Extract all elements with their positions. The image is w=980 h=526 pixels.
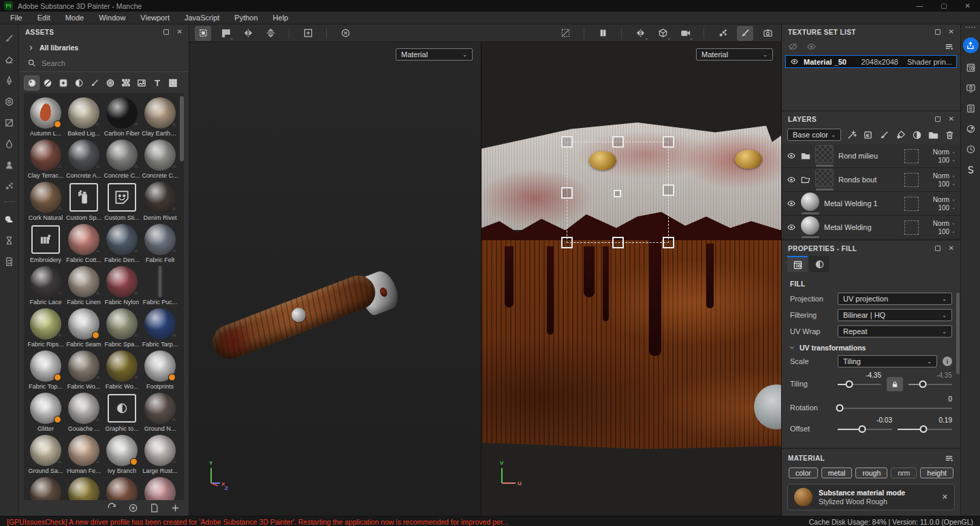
clone-tool-icon[interactable] <box>3 158 16 171</box>
asset-item[interactable]: Autumn L... <box>27 97 65 137</box>
projection-tool-icon[interactable] <box>3 73 16 87</box>
asset-item[interactable]: ∴Clay Terrac... <box>27 139 65 179</box>
all-libraries-row[interactable]: All libraries <box>19 39 189 56</box>
folder-icon[interactable] <box>801 151 810 161</box>
camera-view-button[interactable]: ⌄ <box>677 26 693 41</box>
layout-grid-button[interactable]: ⌄ <box>217 26 234 41</box>
view-3d[interactable]: Material ⌄ Y X <box>189 42 481 516</box>
particles-button[interactable] <box>714 26 731 41</box>
add-fill-layer-icon[interactable] <box>863 130 873 140</box>
log-icon[interactable] <box>964 102 977 114</box>
menu-edit[interactable]: Edit <box>30 12 58 23</box>
tiling-y-slider[interactable] <box>908 384 952 385</box>
folder-open-icon[interactable] <box>801 175 810 184</box>
filter-alphas-icon[interactable] <box>56 76 70 90</box>
camera-settings-icon[interactable] <box>964 82 977 94</box>
asset-item[interactable]: ∴Clay Earthe... <box>141 97 179 137</box>
eye-icon[interactable] <box>787 151 796 161</box>
assets-scrollbar[interactable] <box>180 96 184 161</box>
show-all-sets-icon[interactable] <box>788 42 798 52</box>
rotation-slider[interactable] <box>838 408 952 409</box>
asset-item[interactable]: ∴Fabric Rips... <box>27 308 65 348</box>
offset-y-value[interactable]: 0.19 <box>898 416 952 424</box>
asset-item[interactable]: ∴Leather Re... <box>65 477 103 500</box>
layer-mask-box[interactable] <box>904 197 919 211</box>
channel-select[interactable]: Base color ⌄ <box>787 129 841 141</box>
tsl-float-icon[interactable] <box>935 29 941 35</box>
brush-mode-button[interactable] <box>737 26 753 41</box>
substance-share-icon[interactable] <box>964 163 977 176</box>
transform-gizmo[interactable] <box>567 142 669 243</box>
menu-window[interactable]: Window <box>91 12 133 23</box>
asset-item[interactable]: Footprints <box>141 350 179 390</box>
asset-item[interactable]: ∴Leather Gr... <box>27 477 65 500</box>
menu-python[interactable]: Python <box>227 12 265 23</box>
filter-filters-icon[interactable] <box>72 76 86 90</box>
reset-view-button[interactable] <box>337 26 353 41</box>
eye-icon[interactable] <box>787 199 796 208</box>
filtering-select[interactable]: Bilinear | HQ⌄ <box>838 309 952 321</box>
channel-chip-metal[interactable]: metal <box>821 467 853 478</box>
asset-item[interactable]: ∴Leather Skin <box>103 477 141 500</box>
blend-mode-select[interactable]: Norm⌄ <box>933 220 955 227</box>
asset-item[interactable]: ∴Gouache ... <box>65 393 103 432</box>
new-resource-icon[interactable] <box>149 503 159 513</box>
properties-scrollbar[interactable] <box>956 293 960 374</box>
layer-mask-box[interactable] <box>904 220 919 235</box>
asset-item[interactable]: ∴Concrete C... <box>103 139 141 179</box>
asset-item[interactable]: Graphic to... <box>103 393 141 432</box>
import-resources-icon[interactable] <box>170 503 180 513</box>
asset-item[interactable]: ∴Ground N... <box>141 393 179 432</box>
add-folder-icon[interactable] <box>928 130 938 140</box>
bake-tool-icon[interactable] <box>3 233 16 247</box>
history-icon[interactable] <box>964 143 977 155</box>
add-frame-button[interactable] <box>300 26 316 41</box>
asset-item[interactable]: Ivy Branch <box>103 435 141 474</box>
mirror-toggle-button[interactable]: ⌄ <box>632 26 648 41</box>
asset-item[interactable]: ∴Large Rust... <box>141 435 179 474</box>
asset-item[interactable]: ∴Concrete C... <box>141 139 179 179</box>
channel-chip-rough[interactable]: rough <box>855 467 887 478</box>
asset-item[interactable]: Glitter <box>27 393 65 432</box>
menu-help[interactable]: Help <box>266 12 296 23</box>
gizmo-handle-center[interactable] <box>614 190 621 197</box>
layer-mask-box[interactable] <box>904 173 919 187</box>
properties-float-icon[interactable] <box>935 246 941 251</box>
layers-float-icon[interactable] <box>935 116 941 122</box>
gizmo-handle-tm[interactable] <box>612 136 624 148</box>
asset-item[interactable]: ∴Fabric Lace <box>27 266 65 306</box>
asset-item[interactable]: Custom Sp... <box>65 182 103 221</box>
gizmo-handle-mr[interactable] <box>663 184 674 196</box>
opacity-select[interactable]: 100⌄ <box>938 204 955 212</box>
gizmo-handle-bl[interactable] <box>561 237 573 248</box>
asset-item[interactable]: ∴Fabric Wo... <box>103 350 141 390</box>
asset-item[interactable]: ∴Denim Rivet <box>141 182 179 221</box>
asset-item[interactable]: ∴Fabric Felt <box>141 224 179 263</box>
gizmo-handle-tl[interactable] <box>561 136 573 148</box>
layer-row[interactable]: Metal Welding 1Norm⌄100⌄ <box>782 192 960 216</box>
assets-close-icon[interactable]: ✕ <box>177 29 183 35</box>
asset-item[interactable]: ∴Human Fe... <box>65 435 103 474</box>
pause-engine-button[interactable] <box>595 26 611 41</box>
info-icon[interactable]: i <box>943 357 952 366</box>
symmetry-y-button[interactable] <box>262 26 279 41</box>
asset-item[interactable]: ∴Baked Lig... <box>65 97 103 137</box>
blend-mode-select[interactable]: Norm⌄ <box>933 172 955 180</box>
add-effect-icon[interactable] <box>847 130 857 140</box>
blend-mode-select[interactable]: Norm⌄ <box>933 196 955 203</box>
properties-tab-settings[interactable] <box>787 256 808 272</box>
clear-filter-icon[interactable] <box>128 503 138 513</box>
polygon-fill-tool-icon[interactable] <box>3 95 16 108</box>
channel-chip-color[interactable]: color <box>789 467 818 478</box>
asset-list-view-icon[interactable] <box>27 503 29 513</box>
filter-materials-icon[interactable] <box>25 76 39 90</box>
projection-select[interactable]: UV projection⌄ <box>838 293 952 305</box>
asset-item[interactable]: ∴Fabric Spa... <box>103 308 141 348</box>
asset-item[interactable]: ∴Fabric Den... <box>103 224 141 263</box>
asset-item[interactable]: ∴Leather Su... <box>141 477 179 500</box>
filter-smart-materials-icon[interactable] <box>40 76 54 90</box>
opacity-select[interactable]: 100⌄ <box>938 228 955 235</box>
asset-details-view-icon[interactable] <box>38 503 39 513</box>
tiling-y-value[interactable]: -4.35 <box>908 372 952 379</box>
eraser-tool-icon[interactable] <box>3 52 16 66</box>
